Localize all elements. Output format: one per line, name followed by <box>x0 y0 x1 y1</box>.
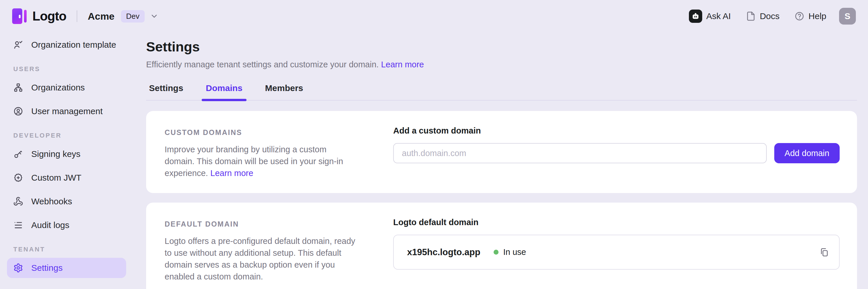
sidebar-item-signing-keys[interactable]: Signing keys <box>7 144 126 164</box>
default-domain-description: Logto offers a pre-configured default do… <box>165 235 355 283</box>
org-chart-icon <box>13 83 23 93</box>
copy-button[interactable] <box>819 247 829 257</box>
tenant-env-badge: Dev <box>121 10 145 23</box>
page-subtitle: Efficiently manage tenant settings and c… <box>146 60 857 69</box>
status-dot <box>494 250 498 255</box>
topbar-divider <box>77 10 77 22</box>
sidebar-item-audit-logs[interactable]: Audit logs <box>7 215 126 235</box>
sidebar-item-label: User management <box>31 106 103 116</box>
subtitle-learn-more-link[interactable]: Learn more <box>381 60 424 69</box>
tenant-selector[interactable]: Acme Dev <box>88 10 159 23</box>
page-title: Settings <box>146 39 857 55</box>
sidebar-item-organization-template[interactable]: Organization template <box>7 35 126 55</box>
logo-handle-shape <box>19 15 21 18</box>
main-content: Settings Efficiently manage tenant setti… <box>133 32 868 289</box>
ask-ai-button[interactable]: Ask AI <box>689 9 731 23</box>
status-badge: In use <box>503 247 526 257</box>
topbar-actions: Ask AI Docs Help S <box>674 8 856 25</box>
key-icon <box>13 149 23 159</box>
default-domain-card: DEFAULT DOMAIN Logto offers a pre-config… <box>146 203 857 289</box>
sidebar: Organization template USERS Organization… <box>0 32 133 289</box>
page-subtitle-text: Efficiently manage tenant settings and c… <box>146 60 379 69</box>
copy-icon <box>819 247 829 257</box>
topbar: Logto Acme Dev Ask AI Docs <box>0 0 868 32</box>
sidebar-item-label: Organization template <box>31 40 116 50</box>
custom-domains-description: Improve your branding by utilizing a cus… <box>165 144 355 179</box>
gear-icon <box>13 263 23 273</box>
default-domain-heading: DEFAULT DOMAIN <box>165 220 355 228</box>
tab-bar: Settings Domains Members <box>146 83 857 101</box>
custom-domains-description-text: Improve your branding by utilizing a cus… <box>165 145 343 178</box>
sidebar-item-label: Webhooks <box>31 196 72 206</box>
tab-settings[interactable]: Settings <box>146 83 186 100</box>
docs-label: Docs <box>760 11 779 21</box>
webhook-icon <box>13 196 23 206</box>
logo-bar-shape <box>24 10 27 23</box>
default-domain-info: DEFAULT DOMAIN Logto offers a pre-config… <box>165 216 355 283</box>
help-circle-icon <box>795 11 804 21</box>
sidebar-item-user-management[interactable]: User management <box>7 101 126 121</box>
help-label: Help <box>808 11 826 21</box>
sidebar-section-users: USERS <box>13 65 126 73</box>
tenant-name: Acme <box>88 11 115 22</box>
logto-logo-icon[interactable] <box>12 8 27 25</box>
logto-default-domain-label: Logto default domain <box>393 218 840 227</box>
sidebar-item-settings[interactable]: Settings <box>7 258 126 278</box>
sidebar-item-label: Custom JWT <box>31 173 81 183</box>
default-domain-panel: Logto default domain x195hc.logto.app In… <box>393 216 840 269</box>
custom-domains-heading: CUSTOM DOMAINS <box>165 128 355 137</box>
help-button[interactable]: Help <box>795 11 826 21</box>
sidebar-item-organizations[interactable]: Organizations <box>7 77 126 98</box>
ask-ai-icon <box>689 9 702 23</box>
tab-members[interactable]: Members <box>262 83 306 100</box>
sidebar-section-tenant: TENANT <box>13 246 126 253</box>
custom-domain-input[interactable] <box>393 143 767 163</box>
custom-domains-form: Add a custom domain Add domain <box>393 125 840 163</box>
list-icon <box>13 220 23 230</box>
default-domain-value: x195hc.logto.app <box>407 247 480 257</box>
add-custom-domain-label: Add a custom domain <box>393 126 840 136</box>
seal-plus-icon <box>13 173 23 183</box>
person-check-icon <box>13 40 23 50</box>
sidebar-item-label: Settings <box>31 263 62 273</box>
tab-domains[interactable]: Domains <box>203 83 245 100</box>
ask-ai-label: Ask AI <box>706 11 731 21</box>
sidebar-section-developer: DEVELOPER <box>13 132 126 139</box>
logo-door-shape <box>12 8 22 24</box>
chevron-down-icon <box>150 12 159 21</box>
sidebar-item-label: Organizations <box>31 83 85 93</box>
custom-domains-info: CUSTOM DOMAINS Improve your branding by … <box>165 125 355 179</box>
sidebar-item-custom-jwt[interactable]: Custom JWT <box>7 168 126 188</box>
document-icon <box>746 11 756 21</box>
custom-domains-card: CUSTOM DOMAINS Improve your branding by … <box>146 111 857 193</box>
user-circle-icon <box>13 106 23 116</box>
custom-domains-learn-more-link[interactable]: Learn more <box>210 169 253 178</box>
user-avatar[interactable]: S <box>839 8 856 25</box>
sidebar-item-label: Signing keys <box>31 149 81 159</box>
add-domain-button[interactable]: Add domain <box>774 143 840 163</box>
brand-wordmark: Logto <box>32 9 66 24</box>
sidebar-item-label: Audit logs <box>31 220 69 230</box>
sidebar-item-webhooks[interactable]: Webhooks <box>7 191 126 212</box>
docs-button[interactable]: Docs <box>746 11 779 21</box>
default-domain-row: x195hc.logto.app In use <box>393 235 840 269</box>
